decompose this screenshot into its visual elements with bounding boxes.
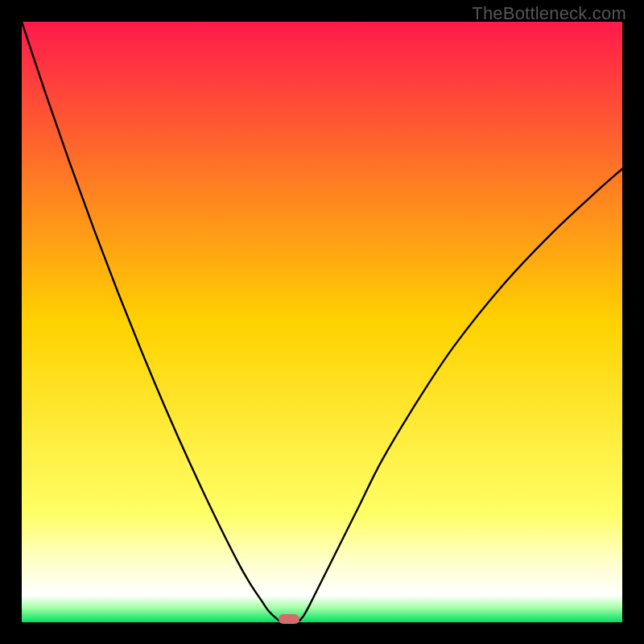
chart-frame: { "watermark": "TheBottleneck.com", "cha… <box>0 0 644 644</box>
chart-svg <box>0 0 644 644</box>
plot-background <box>22 22 622 622</box>
watermark-text: TheBottleneck.com <box>472 3 626 24</box>
bottleneck-marker <box>279 614 299 624</box>
